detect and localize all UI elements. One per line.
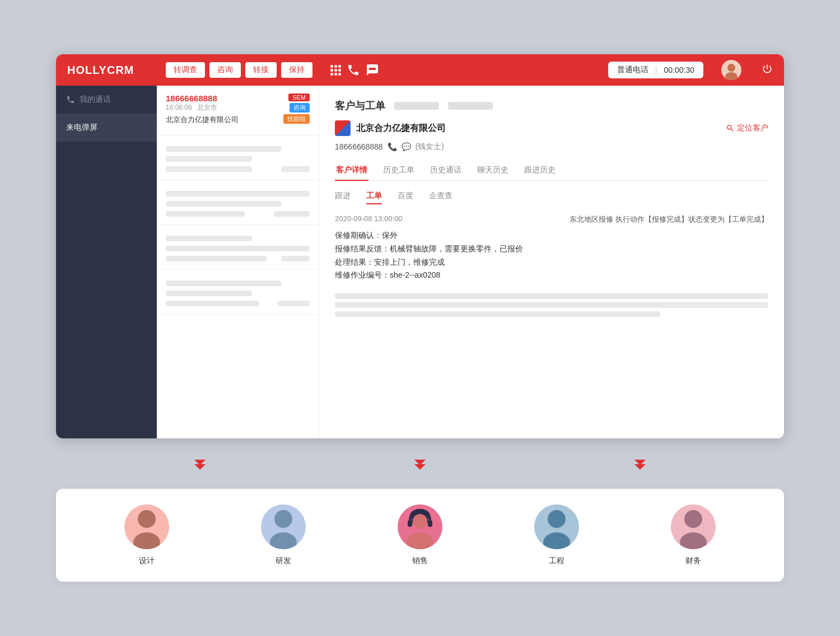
phone-sidebar-icon bbox=[66, 95, 75, 104]
phone-type-label: 普通电话 bbox=[617, 65, 648, 75]
tag-skill: 技能组 bbox=[283, 114, 310, 124]
call-item-active[interactable]: 18666668888 16:06:06 北京市 北京合力亿捷有限公司 SEM … bbox=[157, 86, 319, 135]
svg-point-14 bbox=[684, 510, 702, 528]
svg-point-11 bbox=[407, 532, 433, 549]
avatar-finance bbox=[671, 504, 716, 549]
arrow-down-2 bbox=[407, 448, 433, 479]
call-company: 北京合力亿捷有限公司 bbox=[166, 115, 239, 125]
sub-tab-qcc[interactable]: 企查查 bbox=[429, 191, 452, 204]
chat-button[interactable] bbox=[366, 63, 379, 77]
svg-rect-10 bbox=[428, 520, 432, 527]
forward-button[interactable]: 转接 bbox=[245, 62, 277, 78]
team-name-sales: 销售 bbox=[412, 556, 428, 566]
transfer-inquiry-button[interactable]: 转调查 bbox=[166, 62, 205, 78]
svg-point-4 bbox=[274, 510, 292, 528]
tag-consult: 咨询 bbox=[290, 103, 310, 113]
call-duration: 00:00:30 bbox=[664, 66, 695, 74]
team-name-eng: 工程 bbox=[549, 556, 564, 566]
team-name-finance: 财务 bbox=[685, 556, 701, 566]
avatar-eng bbox=[534, 504, 579, 549]
crm-window: HOLLYCRM 转调查 咨询 转接 保持 bbox=[56, 54, 784, 438]
main-content: 客户与工单 北京合力亿捷有限公司 定位客户 bbox=[319, 86, 784, 438]
svg-point-12 bbox=[548, 510, 566, 528]
header-icons bbox=[330, 63, 379, 77]
svg-point-1 bbox=[725, 72, 738, 80]
consult-button[interactable]: 咨询 bbox=[209, 62, 241, 78]
header-right bbox=[721, 60, 773, 80]
workorder-entry: 2020-09-08 13:00:00 东北地区报修 执行动作【报修完成】状态变… bbox=[335, 214, 768, 282]
sub-tab-workorder[interactable]: 工单 bbox=[366, 191, 382, 204]
sub-tab-baidu[interactable]: 百度 bbox=[398, 191, 413, 204]
power-button[interactable] bbox=[762, 63, 773, 77]
svg-point-5 bbox=[270, 532, 297, 549]
arrow-down-3 bbox=[627, 448, 654, 479]
sidebar: 我的通话 来电弹屏 bbox=[56, 86, 157, 438]
skeleton-item-4 bbox=[157, 270, 319, 315]
call-phone: 18666668888 bbox=[166, 93, 239, 103]
svg-point-2 bbox=[138, 510, 156, 528]
tab-chat-history[interactable]: 聊天历史 bbox=[476, 161, 510, 181]
search-icon bbox=[726, 124, 735, 133]
svg-point-13 bbox=[543, 532, 570, 549]
sub-tabs-row: 跟进 工单 百度 企查查 bbox=[335, 191, 768, 204]
contact-name: (钱女士) bbox=[416, 142, 444, 152]
team-name-design: 设计 bbox=[139, 556, 155, 566]
status-dot bbox=[750, 68, 755, 72]
call-meta: 16:06:06 北京市 bbox=[166, 103, 239, 113]
call-tags: SEM 咨询 技能组 bbox=[283, 93, 310, 124]
tab-follow-history[interactable]: 跟进历史 bbox=[523, 161, 557, 181]
wo-header-line: 2020-09-08 13:00:00 东北地区报修 执行动作【报修完成】状态变… bbox=[335, 214, 768, 225]
team-member-eng: 工程 bbox=[534, 504, 579, 566]
phone-status: 普通电话 | 00:00:30 bbox=[608, 62, 703, 78]
chat-contact-icon: 💬 bbox=[402, 142, 411, 151]
customer-row: 北京合力亿捷有限公司 定位客户 bbox=[335, 120, 768, 136]
svg-point-15 bbox=[680, 532, 707, 549]
team-member-sales: 销售 bbox=[398, 504, 442, 566]
section-title-row: 客户与工单 bbox=[335, 99, 768, 113]
svg-point-0 bbox=[727, 64, 735, 72]
team-member-design: 设计 bbox=[124, 504, 169, 566]
crm-body: 我的通话 来电弹屏 18666668888 16:06:06 北京市 bbox=[56, 86, 784, 438]
team-member-finance: 财务 bbox=[671, 504, 716, 566]
popup-label: 来电弹屏 bbox=[66, 123, 97, 133]
phone-button[interactable] bbox=[347, 63, 360, 77]
team-member-dev: 研发 bbox=[261, 504, 306, 566]
user-avatar bbox=[721, 60, 741, 80]
wo-status: 东北地区报修 执行动作【报修完成】状态变更为【工单完成】 bbox=[570, 214, 768, 225]
svg-rect-9 bbox=[408, 520, 412, 527]
wo-datetime: 2020-09-08 13:00:00 bbox=[335, 214, 403, 225]
hold-button[interactable]: 保持 bbox=[281, 62, 312, 78]
contact-row: 18666668888 📞 💬 (钱女士) bbox=[335, 142, 768, 152]
contact-phone: 18666668888 bbox=[335, 142, 383, 151]
phone-contact-icon: 📞 bbox=[388, 142, 397, 151]
avatar-sales bbox=[398, 504, 442, 549]
keypad-button[interactable] bbox=[330, 65, 341, 76]
tab-history-calls[interactable]: 历史通话 bbox=[429, 161, 463, 181]
main-tabs-row: 客户详情 历史工单 历史通话 聊天历史 跟进历史 bbox=[335, 161, 768, 181]
skeleton-item-2 bbox=[157, 180, 319, 225]
sub-tab-follow[interactable]: 跟进 bbox=[335, 191, 351, 204]
sidebar-item-my-calls[interactable]: 我的通话 bbox=[56, 86, 157, 114]
company-logo bbox=[335, 120, 351, 136]
skeleton-block-bottom bbox=[335, 293, 768, 317]
app-logo: HOLLYCRM bbox=[67, 64, 146, 77]
company-name: 北京合力亿捷有限公司 bbox=[356, 123, 446, 134]
arrow-down-1 bbox=[186, 448, 213, 479]
avatar-design bbox=[124, 504, 169, 549]
sidebar-item-popup[interactable]: 来电弹屏 bbox=[56, 114, 157, 142]
tag-sem: SEM bbox=[288, 93, 310, 101]
avatar-dev bbox=[261, 504, 306, 549]
tab-customer-detail[interactable]: 客户详情 bbox=[335, 161, 368, 181]
call-list-panel: 18666668888 16:06:06 北京市 北京合力亿捷有限公司 SEM … bbox=[157, 86, 319, 438]
section-title: 客户与工单 bbox=[335, 99, 385, 113]
my-calls-label: 我的通话 bbox=[80, 95, 111, 105]
locate-customer-button[interactable]: 定位客户 bbox=[726, 123, 768, 133]
svg-point-3 bbox=[133, 532, 160, 549]
wo-detail: 保修期确认：保外 报修结果反馈：机械臂轴故障，需要更换零件，已报价 处理结果：安… bbox=[335, 229, 768, 282]
keypad-icon bbox=[330, 65, 341, 76]
team-section: 设计 研发 bbox=[56, 489, 784, 582]
tab-history-workorder[interactable]: 历史工单 bbox=[382, 161, 416, 181]
svg-point-8 bbox=[413, 514, 427, 529]
skeleton-item-1 bbox=[157, 135, 319, 180]
crm-header: HOLLYCRM 转调查 咨询 转接 保持 bbox=[56, 54, 784, 86]
